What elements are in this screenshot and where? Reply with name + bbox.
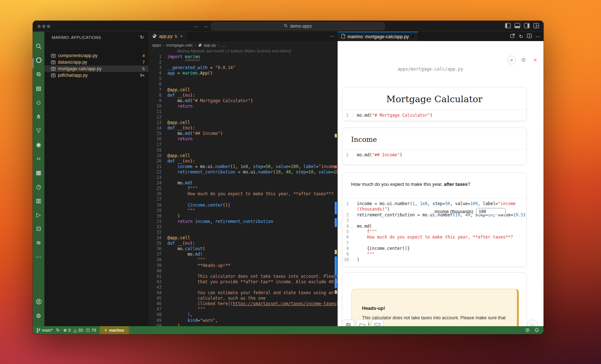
breadcrumb-item[interactable]: mortgage-calc	[166, 43, 193, 47]
git-branch-indicator[interactable]: main*	[36, 328, 52, 333]
code-editor[interactable]: 1import marimo23__generated_with = "0.0.…	[148, 54, 338, 326]
git-branch-icon[interactable]: ⋔	[33, 110, 44, 123]
ruler-mark	[335, 250, 337, 254]
history-icon[interactable]: ◷	[33, 180, 44, 193]
code-line: 15 mo.md("## Income")	[148, 131, 338, 136]
customize-layout-icon[interactable]	[533, 23, 539, 28]
more-actions-icon[interactable]: ⋯	[536, 33, 541, 39]
editor-tab-bar: app.py 5 × ⋯	[148, 32, 338, 41]
settings-gear-icon[interactable]: ⚙	[33, 309, 44, 322]
toggle-primary-sidebar-icon[interactable]	[505, 23, 511, 28]
sidebar-item-components-app-py[interactable]: components/app.py4	[44, 52, 148, 59]
beaker-icon[interactable]: ▽	[33, 124, 44, 137]
code-line: 17	[148, 142, 338, 148]
code-line: 12	[148, 115, 338, 120]
docker-icon[interactable]: ≋	[33, 236, 44, 249]
code-line: 38 """	[148, 257, 338, 263]
sidebar-title: MARIMO: APPLICATIONS	[52, 35, 101, 40]
cell-card-title[interactable]: Mortgage Calculator 1 mo.md("# Mortgage …	[342, 87, 527, 121]
file-search-icon[interactable]: ▤	[33, 82, 44, 95]
github-icon[interactable]: ◉	[33, 138, 44, 151]
activity-bar: ⧉▤◇⋔▽◉‹›▦◷▥▷⊡≋⋯ ⚙	[33, 32, 44, 326]
ruler-mark	[335, 202, 337, 214]
notebook-icon[interactable]: ▥	[33, 195, 44, 207]
sync-changes-icon[interactable]: ↻	[56, 328, 60, 333]
marimo-status-chip[interactable]: marimo	[100, 326, 129, 334]
tab-close-icon[interactable]: ×	[411, 33, 414, 40]
tab-close-icon[interactable]: ×	[180, 34, 183, 39]
traffic-light-zoom[interactable]	[47, 25, 50, 28]
app-shutdown-icon[interactable]: ✕	[531, 56, 539, 64]
account-icon[interactable]	[33, 295, 44, 308]
tab-dirty-count: 5	[175, 34, 177, 39]
notebook-icon	[51, 60, 56, 64]
toggle-panel-icon[interactable]	[514, 23, 520, 28]
breadcrumb-item[interactable]: app.py	[204, 43, 216, 47]
marimo-preview-panel: marimo: mortgage-calc/app.py × ↻ ⋯ ≡ ⚙ ✕…	[338, 32, 544, 326]
problems-indicator[interactable]: ⊗0 △33 ⓘ79	[63, 328, 96, 333]
code-line: 33	[148, 230, 338, 235]
errors-icon: ⊗	[63, 328, 67, 333]
app-settings-gear-icon[interactable]: ⚙	[520, 56, 528, 64]
debug-console-icon[interactable]	[525, 328, 530, 333]
search-text: demo-apps	[290, 24, 312, 29]
run-all-play-button[interactable]: ▷	[527, 320, 538, 326]
layout-icon[interactable]: ▦	[33, 166, 44, 179]
tab-app-py[interactable]: app.py 5 ×	[148, 32, 187, 41]
traffic-light-close[interactable]	[37, 25, 41, 28]
refresh-icon[interactable]: ↻	[519, 33, 523, 39]
code-line: 28 {income.center()}	[148, 203, 338, 208]
tab-marimo-preview[interactable]: marimo: mortgage-calc/app.py ×	[338, 32, 418, 41]
python-file-icon	[198, 43, 202, 48]
breadcrumb[interactable]: apps›mortgage-calc›app.py›…	[152, 42, 225, 48]
command-center-search[interactable]: demo-apps	[211, 22, 385, 30]
toggle-secondary-sidebar-icon[interactable]	[524, 23, 530, 28]
remote-name: marimo	[109, 328, 124, 332]
sidebar-item-mortgage-calc-app-py[interactable]: mortgage-calc/app.py5	[44, 65, 148, 72]
code-line: 24 mo.md(	[148, 180, 338, 186]
nav-back-icon[interactable]: ←	[193, 23, 199, 29]
code-line: 41 This calculator does not take taxes i…	[148, 274, 338, 279]
breadcrumb-item[interactable]: apps	[152, 43, 161, 47]
callout-title: Heads-up!	[362, 305, 517, 311]
traffic-light-minimize[interactable]	[42, 25, 45, 28]
search-icon	[284, 24, 288, 29]
rename-file-button[interactable]	[356, 320, 369, 326]
editor-group[interactable]: app.py 5 × ⋯ apps›mortgage-calc›app.py›……	[148, 32, 338, 326]
code-line: 25 f"""	[148, 186, 338, 191]
code-line: 8def __(mo):	[148, 93, 338, 98]
pages-icon[interactable]: ⧉	[33, 68, 44, 80]
notifications-bell-icon[interactable]	[534, 328, 539, 333]
code-line: 47 """	[148, 307, 338, 312]
shapes-icon[interactable]: ◇	[33, 96, 44, 108]
sidebar-item-pdfchat-app-py[interactable]: pdfchat/app.py9+	[44, 72, 148, 79]
cell-card-income[interactable]: Income 1 mo.md("## Income")	[342, 128, 527, 165]
app-menu-icon[interactable]: ≡	[507, 56, 516, 64]
keyboard-shortcuts-button[interactable]	[371, 320, 383, 326]
cell-card-interactive[interactable]: How much do you expect to make this year…	[342, 172, 527, 267]
code-line: 35def __(mo):	[148, 241, 338, 246]
nav-forward-icon[interactable]: →	[202, 23, 209, 29]
code-line: 6	[148, 81, 338, 87]
split-editor-icon[interactable]	[527, 33, 532, 39]
breadcrumb-item[interactable]: …	[221, 43, 226, 47]
open-in-browser-icon[interactable]	[510, 33, 515, 39]
sidebar-item-dataviz-app-py[interactable]: dataviz/app.py7	[44, 59, 148, 65]
search-icon[interactable]	[33, 40, 44, 52]
code-line: 21 income = mo.ui.number(1, 1e8, step=50…	[148, 164, 338, 169]
run-icon[interactable]: ▷	[33, 208, 44, 221]
code-line: 48 ),	[148, 312, 338, 317]
refresh-icon[interactable]: ↻	[140, 34, 144, 40]
file-name: components/app.py	[58, 53, 97, 58]
notebook-icon	[51, 73, 56, 77]
save-button[interactable]	[342, 320, 354, 326]
code-line-number: 1	[342, 152, 353, 157]
cell-card-callout[interactable]: Heads-up! This calculator does not take …	[342, 272, 527, 326]
code-icon[interactable]: ‹›	[33, 152, 44, 165]
devices-icon[interactable]: ⊡	[33, 223, 44, 235]
overview-ruler[interactable]	[334, 32, 338, 326]
notebook-icon	[51, 54, 56, 58]
income-number-input[interactable]	[476, 208, 506, 215]
more-icon[interactable]: ⋯	[33, 251, 44, 263]
marimo-icon[interactable]	[33, 54, 44, 67]
